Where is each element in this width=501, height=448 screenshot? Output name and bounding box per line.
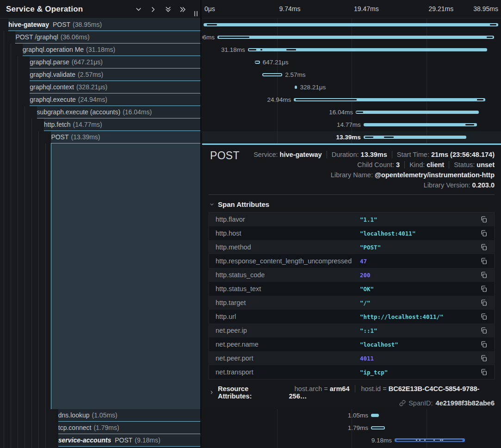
span-tree-panel: Service & Operation hive-gatewayPOST(38.…	[0, 0, 201, 448]
collapse-one-icon[interactable]	[135, 6, 142, 13]
detail-meta-label: Service:	[254, 151, 279, 158]
span-tree-row[interactable]: graphql.execute(24.94ms)	[0, 93, 201, 106]
copy-icon[interactable]	[480, 216, 488, 223]
span-bar-row[interactable]: 328.21μs	[202, 81, 501, 93]
span-tree-row[interactable]: http.fetch(14.77ms)	[0, 118, 201, 131]
copy-icon[interactable]	[480, 327, 488, 334]
span-bar-duration-label: 13.39ms	[336, 131, 361, 143]
span-duration-bar[interactable]	[248, 48, 487, 51]
span-service-name: hive-gateway	[8, 21, 49, 28]
attribute-row: net.peer.name"localhost"	[209, 337, 494, 351]
timeline-tick-label: 38.95ms	[473, 5, 498, 12]
span-tree-row[interactable]: graphql.context(328.21μs)	[0, 81, 201, 93]
span-tree-row[interactable]: graphql.parse(647.21μs)	[0, 56, 201, 68]
span-duration-bar[interactable]	[294, 98, 485, 101]
span-duration-bar[interactable]	[217, 36, 494, 39]
child-span-tick	[207, 24, 217, 25]
span-tree-row[interactable]: graphql.validate(2.57ms)	[0, 68, 201, 81]
span-tree-row[interactable]: POST(13.39ms)	[0, 131, 201, 143]
span-duration: (36.06ms)	[61, 33, 90, 41]
span-operation-name: dns.lookup	[58, 411, 90, 419]
span-tree-row[interactable]: dns.lookup(1.05ms)	[0, 409, 201, 422]
span-tree-row-content: subgraph.execute (accounts)(16.04ms)	[37, 106, 201, 118]
copy-icon[interactable]	[480, 285, 488, 292]
span-bar-row[interactable]	[202, 19, 501, 31]
copy-icon[interactable]	[480, 243, 488, 251]
span-duration: (9.18ms)	[135, 436, 160, 444]
attribute-row: http.status_code200	[209, 268, 494, 282]
copy-icon[interactable]	[480, 368, 488, 376]
tree-header-icons	[135, 0, 186, 19]
detail-meta-line: Library Version: 0.203.0	[210, 180, 495, 190]
span-duration-bar[interactable]	[371, 426, 385, 429]
copy-icon[interactable]	[480, 230, 488, 237]
span-bar-row[interactable]: 647.21μs	[202, 56, 501, 68]
copy-icon[interactable]	[480, 355, 488, 362]
span-tree-row[interactable]: tcp.connect(1.79ms)	[0, 422, 201, 434]
span-duration: (328.21μs)	[76, 83, 107, 91]
span-bar-row[interactable]: 31.18ms	[202, 44, 501, 56]
copy-icon[interactable]	[480, 257, 488, 265]
attribute-key: net.transport	[209, 368, 253, 376]
attribute-value: "localhost"	[360, 341, 398, 348]
attribute-key: http.status_text	[209, 285, 261, 292]
span-duration-bar[interactable]	[255, 61, 260, 64]
detail-meta-value: hive-gateway	[280, 151, 322, 158]
child-span-tick	[219, 37, 249, 38]
selected-span-expanded-area	[51, 143, 201, 409]
span-duration-bar[interactable]	[204, 23, 498, 26]
span-duration-bar[interactable]	[395, 438, 465, 442]
span-tree-row-content: graphql.execute(24.94ms)	[30, 93, 201, 106]
span-operation-name: graphql.operation Me	[23, 46, 84, 53]
span-bar-row[interactable]: 1.05ms	[202, 409, 501, 422]
attribute-key: http.method	[209, 243, 251, 251]
span-duration-bar[interactable]	[364, 123, 477, 126]
detail-meta-line: Service: hive-gatewayDuration: 13.39msSt…	[210, 149, 495, 160]
resource-attributes-row[interactable]: Resource Attributes: host.arch = arm64ho…	[202, 380, 501, 400]
span-bar-row[interactable]: 1.79ms	[202, 422, 501, 434]
span-tree-row[interactable]: POST /graphql(36.06ms)	[0, 31, 201, 44]
span-attributes-table: http.flavor"1.1"http.host"localhost:4011…	[209, 212, 495, 380]
detail-meta-value: 21ms (23:56:48.174)	[431, 151, 495, 158]
attribute-key: net.peer.ip	[209, 327, 247, 334]
span-duration: (38.95ms)	[73, 21, 102, 28]
span-bar-row[interactable]: 36.06ms	[202, 31, 501, 44]
span-bar-row[interactable]: 16.04ms	[202, 106, 501, 118]
resource-attribute-key: host.arch =	[295, 385, 330, 392]
tree-guide-line	[45, 143, 46, 448]
span-bar-row[interactable]: 2.57ms	[202, 68, 501, 81]
span-bar-duration-label: 1.05ms	[348, 409, 368, 422]
span-duration-bar[interactable]	[371, 414, 379, 417]
span-bar-row[interactable]: 13.39ms	[202, 131, 501, 143]
span-bar-row[interactable]: 9.18ms	[202, 434, 501, 447]
tree-panel-header: Service & Operation	[0, 0, 200, 19]
span-bar-row[interactable]: 14.77ms	[202, 118, 501, 131]
span-duration: (16.04ms)	[123, 108, 152, 116]
span-attributes-header[interactable]: Span Attributes	[202, 195, 501, 212]
span-bar-row[interactable]: 24.94ms	[202, 93, 501, 106]
span-operation-name: graphql.execute	[30, 96, 76, 103]
expand-one-icon[interactable]	[150, 6, 157, 13]
child-span-tick	[384, 137, 394, 138]
expand-all-icon[interactable]	[179, 6, 186, 13]
panel-resize-handle[interactable]	[194, 11, 198, 16]
attribute-value: "localhost:4011"	[360, 230, 415, 237]
span-tree-row[interactable]: hive-gatewayPOST(38.95ms)	[0, 19, 201, 31]
span-duration-bar[interactable]	[356, 111, 479, 114]
span-duration-bar[interactable]	[364, 136, 466, 139]
copy-icon[interactable]	[480, 341, 488, 348]
attribute-key: net.peer.port	[209, 355, 253, 362]
span-tree-row[interactable]: service-accountsPOST(9.18ms)	[0, 434, 201, 447]
copy-icon[interactable]	[480, 271, 488, 279]
span-tree-row[interactable]: subgraph.execute (accounts)(16.04ms)	[0, 106, 201, 118]
child-span-tick	[487, 37, 493, 38]
copy-icon[interactable]	[480, 299, 488, 306]
collapse-all-icon[interactable]	[165, 6, 172, 13]
tree-guide-line	[38, 131, 39, 448]
copy-icon[interactable]	[480, 313, 488, 320]
span-tree-row[interactable]: graphql.operation Me(31.18ms)	[0, 44, 201, 56]
span-duration-bar[interactable]	[262, 73, 282, 76]
attribute-key: net.peer.name	[209, 341, 259, 348]
span-bar-duration-label: 2.57ms	[285, 68, 305, 81]
span-duration-bar[interactable]	[295, 86, 297, 89]
